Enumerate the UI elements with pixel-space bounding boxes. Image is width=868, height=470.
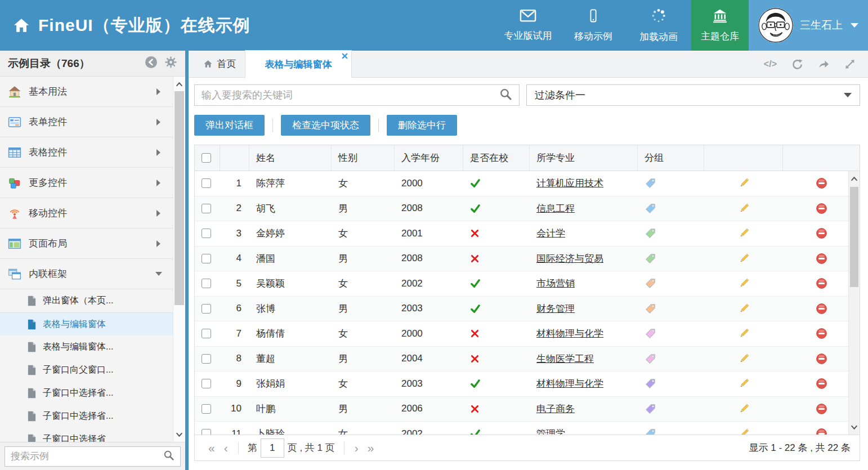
major-link[interactable]: 会计学: [536, 227, 565, 240]
prev-page-button[interactable]: ‹: [220, 442, 232, 454]
sidebar-child-popup[interactable]: 弹出窗体（本页...: [0, 289, 173, 312]
major-link[interactable]: 市场营销: [536, 277, 575, 290]
sidebar-search-box[interactable]: [5, 446, 181, 467]
delete-icon[interactable]: [816, 253, 827, 265]
delete-selected-button[interactable]: 删除选中行: [387, 115, 457, 136]
sidebar-search-input[interactable]: [11, 451, 163, 462]
tab-grid-edit-window[interactable]: 表格与编辑窗体: [245, 50, 352, 78]
row-checkbox[interactable]: [202, 354, 211, 364]
user-menu[interactable]: 三生石上: [749, 0, 868, 51]
search-icon[interactable]: [499, 88, 512, 103]
chevron-right-icon: [156, 88, 160, 95]
edit-icon[interactable]: [738, 227, 750, 239]
page-number-input[interactable]: [261, 438, 284, 458]
next-page-button[interactable]: ›: [350, 442, 363, 454]
delete-icon[interactable]: [816, 378, 827, 390]
row-checkbox[interactable]: [202, 304, 211, 314]
grid-scrollbar[interactable]: [848, 171, 860, 435]
major-link[interactable]: 材料物理与化学: [536, 327, 603, 340]
refresh-icon[interactable]: [791, 59, 803, 70]
sidebar-child-child-to-parent[interactable]: 子窗口向父窗口...: [0, 359, 173, 382]
row-checkbox[interactable]: [202, 429, 211, 435]
keyword-search-input[interactable]: [202, 89, 499, 101]
select-all-checkbox[interactable]: [202, 153, 211, 163]
first-page-button[interactable]: «: [204, 442, 220, 454]
edit-icon[interactable]: [738, 303, 750, 315]
nav-loading[interactable]: 加载动画: [626, 0, 691, 51]
major-link[interactable]: 国际经济与贸易: [536, 252, 603, 265]
edit-icon[interactable]: [738, 353, 750, 365]
sidebar-child-grid-edit-window[interactable]: 表格与编辑窗体: [0, 312, 173, 335]
filter-dropdown[interactable]: 过滤条件一: [526, 84, 860, 106]
row-checkbox[interactable]: [202, 254, 211, 263]
nav-trial[interactable]: 专业版试用: [495, 0, 561, 51]
delete-icon[interactable]: [816, 403, 827, 415]
sidebar-scrollbar[interactable]: [173, 77, 185, 442]
major-link[interactable]: 材料物理与化学: [536, 377, 603, 390]
major-link[interactable]: 电子商务: [536, 402, 575, 415]
sidebar-item-layout[interactable]: 页面布局: [0, 229, 173, 259]
gear-icon[interactable]: [164, 56, 177, 71]
row-checkbox[interactable]: [202, 279, 211, 288]
edit-icon[interactable]: [738, 253, 750, 265]
close-icon[interactable]: [342, 53, 348, 59]
major-link[interactable]: 计算机应用技术: [536, 177, 603, 190]
major-link[interactable]: 信息工程: [536, 202, 575, 215]
edit-icon[interactable]: [738, 403, 750, 415]
open-dialog-button[interactable]: 弹出对话框: [194, 115, 265, 136]
row-checkbox[interactable]: [202, 204, 211, 213]
scroll-down-icon[interactable]: [173, 428, 185, 441]
nav-theme-store[interactable]: 主题仓库: [691, 0, 749, 51]
keyword-search-box[interactable]: [194, 84, 520, 106]
sidebar-child-select-province-3[interactable]: 子窗口中选择省: [0, 428, 173, 442]
sidebar-child-grid-edit-window2[interactable]: 表格与编辑窗体...: [0, 335, 173, 359]
edit-icon[interactable]: [738, 378, 750, 390]
major-link[interactable]: 财务管理: [536, 302, 575, 315]
last-page-button[interactable]: »: [363, 442, 379, 454]
tab-home[interactable]: 首页: [194, 50, 245, 77]
delete-icon[interactable]: [816, 177, 827, 189]
tag-icon: [645, 328, 656, 339]
row-checkbox[interactable]: [202, 379, 211, 388]
sidebar-item-iframe[interactable]: 内联框架: [0, 259, 173, 289]
delete-icon[interactable]: [816, 277, 827, 289]
at-school-icon: [470, 354, 480, 364]
delete-icon[interactable]: [816, 227, 827, 239]
delete-icon[interactable]: [816, 328, 827, 339]
sidebar-child-select-province-2[interactable]: 子窗口中选择省...: [0, 405, 173, 428]
delete-icon[interactable]: [816, 353, 827, 365]
sidebar-item-grid[interactable]: 表格控件: [0, 137, 173, 168]
major-link[interactable]: 生物医学工程: [536, 352, 594, 365]
fullscreen-icon[interactable]: [844, 59, 856, 70]
nav-mobile[interactable]: 移动示例: [561, 0, 626, 51]
scroll-up-icon[interactable]: [849, 172, 860, 185]
scrollbar-thumb[interactable]: [175, 91, 184, 305]
row-checkbox[interactable]: [202, 229, 211, 238]
sidebar-item-basic[interactable]: 基本用法: [0, 77, 173, 107]
edit-icon[interactable]: [738, 428, 750, 435]
check-selected-button[interactable]: 检查选中项状态: [281, 115, 370, 136]
major-link[interactable]: 管理学: [536, 427, 565, 435]
sidebar-child-select-province-1[interactable]: 子窗口中选择省...: [0, 382, 173, 405]
edit-icon[interactable]: [738, 328, 750, 339]
edit-icon[interactable]: [738, 203, 750, 214]
row-checkbox[interactable]: [202, 404, 211, 414]
scroll-down-icon[interactable]: [849, 421, 860, 433]
sidebar-item-form[interactable]: 表单控件: [0, 107, 173, 137]
row-checkbox[interactable]: [202, 329, 211, 338]
edit-icon[interactable]: [738, 277, 750, 289]
scrollbar-thumb[interactable]: [850, 187, 858, 287]
search-icon[interactable]: [163, 450, 175, 463]
sidebar-item-more[interactable]: 更多控件: [0, 168, 173, 198]
delete-icon[interactable]: [816, 428, 827, 435]
collapse-icon[interactable]: [145, 56, 158, 71]
share-icon[interactable]: [818, 59, 830, 70]
delete-icon[interactable]: [816, 203, 827, 214]
edit-icon[interactable]: [738, 177, 750, 189]
table-row: 8 董超 男 2004 生物医学工程: [195, 347, 860, 372]
scroll-up-icon[interactable]: [173, 78, 185, 90]
sidebar-item-mobile[interactable]: 移动控件: [0, 198, 173, 229]
delete-icon[interactable]: [816, 303, 827, 315]
chevron-right-icon: [156, 210, 160, 217]
row-checkbox[interactable]: [202, 178, 211, 188]
